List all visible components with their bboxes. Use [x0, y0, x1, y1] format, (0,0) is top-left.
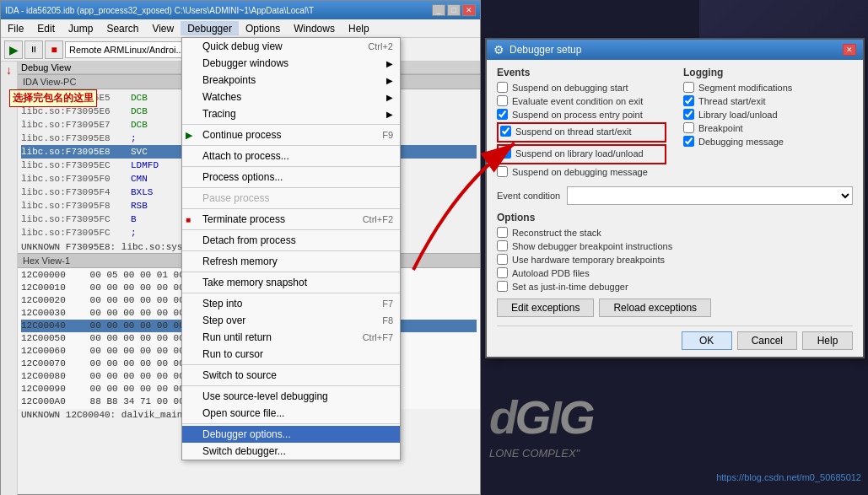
menu-item-switch-source[interactable]: Switch to source — [182, 367, 400, 384]
cb-thread-start[interactable] — [683, 95, 694, 106]
cb-library-load[interactable] — [683, 109, 694, 120]
bg-url: https://blog.csdn.net/m0_50685012 — [716, 472, 861, 482]
cb-suspend-thread[interactable] — [500, 126, 511, 137]
options-title: Options — [497, 212, 853, 223]
menu-item-open-source[interactable]: Open source file... — [182, 405, 400, 422]
opt-jit-debugger: Set as just-in-time debugger — [497, 281, 853, 292]
menu-item-pause[interactable]: Pause process — [182, 190, 400, 207]
debugger-setup-dialog: ⚙ Debugger setup ✕ Events Suspend on deb… — [485, 38, 865, 358]
menu-view[interactable]: View — [145, 21, 181, 35]
options-section: Options Reconstruct the stack Show debug… — [497, 212, 853, 292]
menu-search[interactable]: Search — [100, 21, 145, 35]
menu-options[interactable]: Options — [239, 21, 287, 35]
opt-reconstruct-stack: Reconstruct the stack — [497, 227, 853, 238]
menu-file[interactable]: File — [1, 21, 30, 35]
play-button[interactable]: ▶ — [4, 40, 23, 59]
menu-item-quick-debug[interactable]: Quick debug view Ctrl+2 — [182, 38, 400, 55]
close-button[interactable]: ✕ — [462, 4, 476, 16]
menu-item-detach[interactable]: Detach from process — [182, 232, 400, 249]
menu-jump[interactable]: Jump — [62, 21, 100, 35]
log-breakpoint: Breakpoint — [683, 122, 853, 133]
reload-exceptions-button[interactable]: Reload exceptions — [599, 299, 711, 317]
cancel-button[interactable]: Cancel — [737, 331, 797, 350]
menu-item-debugger-options[interactable]: Debugger options... — [182, 426, 400, 443]
logging-title: Logging — [683, 67, 853, 78]
cb-breakpoint[interactable] — [683, 122, 694, 133]
highlighted-library-box: Suspend on library load/unload — [497, 144, 666, 164]
cb-eval-condition[interactable] — [497, 95, 508, 106]
menu-item-source-debug[interactable]: Use source-level debugging — [182, 388, 400, 405]
dialog-title-text: Debugger setup — [509, 44, 581, 56]
minimize-button[interactable]: _ — [432, 4, 445, 16]
menu-item-refresh[interactable]: Refresh memory — [182, 253, 400, 270]
menu-windows[interactable]: Windows — [287, 21, 342, 35]
menu-item-step-into[interactable]: Step into F7 — [182, 295, 400, 312]
dialog-title-icon: ⚙ — [493, 43, 504, 56]
cb-suspend-entry[interactable] — [497, 109, 508, 120]
cb-reconstruct-stack[interactable] — [497, 227, 508, 238]
dialog-body: Events Suspend on debugging start Evalua… — [487, 60, 863, 357]
dialog-action-buttons: OK Cancel Help — [497, 326, 853, 350]
menu-debugger[interactable]: Debugger — [181, 21, 239, 35]
opt-hw-temp-bp: Use hardware temporary breakpoints — [497, 254, 853, 265]
maximize-button[interactable]: □ — [447, 4, 461, 16]
menu-item-run-cursor[interactable]: Run to cursor — [182, 346, 400, 363]
event-condition-select[interactable] — [567, 186, 853, 205]
cb-suspend-debug-msg[interactable] — [497, 166, 508, 177]
cb-segment-mod[interactable] — [683, 82, 694, 93]
log-debug-msg: Debugging message — [683, 136, 853, 147]
help-button[interactable]: Help — [802, 331, 853, 350]
cb-show-breakpoint[interactable] — [497, 240, 508, 251]
menu-item-switch-debugger[interactable]: Switch debugger... — [182, 443, 400, 460]
dialog-close-button[interactable]: ✕ — [843, 44, 856, 56]
opt-autoload-pdb: Autoload PDB files — [497, 267, 853, 278]
log-thread-start: Thread start/exit — [683, 95, 853, 106]
menu-help[interactable]: Help — [342, 21, 376, 35]
events-column: Events Suspend on debugging start Evalua… — [497, 67, 666, 180]
title-bar-buttons: _ □ ✕ — [432, 4, 476, 16]
menu-item-breakpoints[interactable]: Breakpoints ▶ — [182, 72, 400, 89]
event-suspend-debug-msg: Suspend on debugging message — [497, 166, 666, 177]
stop-button[interactable]: ■ — [45, 40, 63, 59]
cb-suspend-library[interactable] — [500, 148, 511, 159]
menu-edit[interactable]: Edit — [30, 21, 62, 35]
menu-item-run-return[interactable]: Run until return Ctrl+F7 — [182, 329, 400, 346]
bg-sub: LONE COMPLEX" — [489, 447, 580, 460]
log-segment-mod: Segment modifications — [683, 82, 853, 93]
logging-column: Logging Segment modifications Thread sta… — [683, 67, 853, 180]
cb-hw-temp-bp[interactable] — [497, 254, 508, 265]
edit-exceptions-button[interactable]: Edit exceptions — [497, 299, 594, 317]
event-eval-condition: Evaluate event condition on exit — [497, 95, 666, 106]
menu-item-continue[interactable]: ▶ Continue process F9 — [182, 126, 400, 143]
cb-autoload-pdb[interactable] — [497, 267, 508, 278]
highlighted-thread-box: Suspend on thread start/exit — [497, 122, 666, 143]
event-condition-label: Event condition — [497, 191, 560, 201]
dialog-columns: Events Suspend on debugging start Evalua… — [497, 67, 853, 180]
left-indicator-panel: ↓ — [1, 62, 18, 495]
event-suspend-entry: Suspend on process entry point — [497, 109, 666, 120]
pause-button[interactable]: ⏸ — [24, 40, 43, 59]
menu-item-snapshot[interactable]: Take memory snapshot — [182, 274, 400, 291]
menu-item-terminate[interactable]: ■ Terminate process Ctrl+F2 — [182, 211, 400, 228]
log-library-load: Library load/unload — [683, 109, 853, 120]
title-bar: IDA - ida56205.idb (app_process32_xposed… — [1, 1, 480, 19]
cb-suspend-debug-start[interactable] — [497, 82, 508, 93]
menu-item-tracing[interactable]: Tracing ▶ — [182, 105, 400, 122]
debugger-target-input[interactable] — [65, 41, 200, 58]
bg-logo: dGIG — [489, 390, 592, 444]
ok-button[interactable]: OK — [682, 331, 732, 350]
exception-buttons-row: Edit exceptions Reload exceptions — [497, 299, 853, 317]
opt-show-breakpoint: Show debugger breakpoint instructions — [497, 240, 853, 251]
menu-item-attach[interactable]: Attach to process... — [182, 148, 400, 164]
cb-jit-debugger[interactable] — [497, 281, 508, 292]
dialog-title-bar: ⚙ Debugger setup ✕ — [487, 40, 863, 60]
event-suspend-debug-start: Suspend on debugging start — [497, 82, 666, 93]
menu-item-step-over[interactable]: Step over F8 — [182, 312, 400, 329]
menu-item-process-options[interactable]: Process options... — [182, 169, 400, 186]
menu-bar: File Edit Jump Search View Debugger Opti… — [1, 19, 480, 38]
events-title: Events — [497, 67, 666, 78]
menu-item-watches[interactable]: Watches ▶ — [182, 89, 400, 105]
debugger-dropdown-menu: Quick debug view Ctrl+2 Debugger windows… — [181, 37, 401, 460]
cb-debug-msg[interactable] — [683, 136, 694, 147]
menu-item-debugger-windows[interactable]: Debugger windows ▶ — [182, 55, 400, 72]
